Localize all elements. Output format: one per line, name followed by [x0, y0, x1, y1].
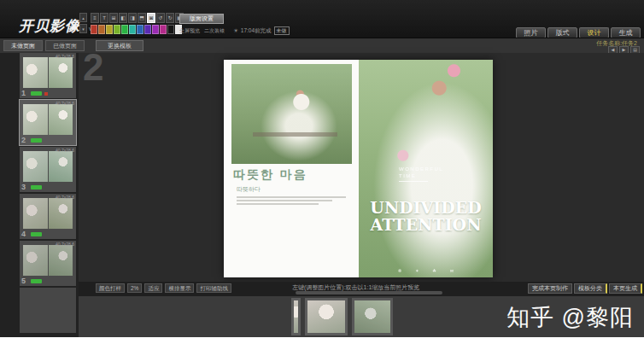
done-badge: [31, 91, 42, 96]
thumb-right-page: [49, 198, 73, 229]
tool-button-5[interactable]: ◨: [128, 13, 137, 23]
korean-title[interactable]: 따뜻한 마음: [233, 167, 307, 183]
color-swatch-magenta[interactable]: [160, 25, 167, 34]
page-number: 2: [21, 136, 26, 144]
clover-icon: ☘: [432, 268, 436, 273]
color-swatch-blue[interactable]: [137, 25, 143, 34]
mini-stack-buttons: ▴ ▾: [79, 13, 87, 33]
design-canvas: 2 따뜻한 마음 따뜻하다 WONDERFUL TIME UNDIVIDED: [79, 53, 644, 282]
color-swatch-teal[interactable]: [129, 25, 136, 34]
thumb-left-page: [23, 198, 48, 229]
done-badge: [31, 232, 42, 236]
sidebar-tabs: 未做页面 已做页面: [3, 40, 85, 51]
page-number: 5: [21, 277, 26, 285]
sun-icon: ☀: [233, 27, 238, 34]
horizontal-display-button[interactable]: 横排显示: [165, 283, 194, 293]
page-thumb-6-empty[interactable]: [20, 288, 76, 333]
body-text-line: [237, 200, 332, 201]
view-controls: 颜色打样 2% 适应 横排显示 打印辅助线: [96, 283, 231, 293]
tool-button-8[interactable]: ↺: [156, 13, 165, 23]
app-name: 开贝影像: [19, 18, 80, 34]
headline-line1: UNDIVIDED: [370, 198, 481, 217]
color-swatch-violet[interactable]: [144, 25, 151, 34]
body-text-line: [237, 203, 319, 205]
spread-thumbnail: [23, 245, 73, 276]
layout-settings-button[interactable]: 版面设置: [179, 14, 224, 24]
tab-undone-pages[interactable]: 未做页面: [3, 40, 43, 51]
left-album-page: 따뜻한 마음 따뜻하다: [224, 60, 359, 277]
template-thumb-2[interactable]: [352, 298, 393, 335]
color-swatch-black[interactable]: [167, 25, 174, 34]
eyebrow-rule: [399, 181, 428, 182]
color-swatch-purple[interactable]: [152, 25, 159, 34]
color-swatch-green[interactable]: [121, 25, 128, 34]
tool-button-1[interactable]: ≡: [91, 13, 99, 23]
color-swatch-yellowgreen[interactable]: [114, 25, 120, 34]
tool-button-3[interactable]: ⊞: [109, 13, 118, 23]
eyebrow-line2: TIME: [399, 173, 416, 178]
tool-button-4[interactable]: ◧: [119, 13, 127, 23]
footer-icons: ❁ ✶ ☘ ✉: [359, 268, 493, 273]
tool-button-9[interactable]: ↻: [166, 13, 174, 23]
flower-icon: ❁: [398, 268, 401, 273]
deadline-status: ☀ 17:04前完成 未做: [233, 26, 290, 35]
color-swatch-red[interactable]: [91, 25, 97, 34]
color-proof-button[interactable]: 颜色打样: [96, 283, 125, 293]
template-filmstrip: 知乎 @黎阳: [79, 296, 644, 337]
page-size-label: 40.7x28.6: [56, 148, 74, 153]
template-category-button[interactable]: 模板分类: [574, 283, 607, 294]
spread-thumbnail: [23, 104, 73, 135]
deadline-text: 17:04前完成: [241, 27, 272, 35]
headline-line2: ATTENTION: [370, 215, 481, 234]
spread-thumbnail: [23, 57, 73, 88]
eyebrow-line1: WONDERFUL: [399, 166, 443, 172]
app-window: 开贝影像v3.1 ▴ ▾ ≡ T ⊞ ◧ ◨ ⬒ ⊠ ↺ ↻ ▦: [0, 0, 644, 344]
color-swatch-row: [91, 25, 182, 34]
color-swatch-orange[interactable]: [98, 25, 105, 34]
right-album-page: WONDERFUL TIME UNDIVIDED ATTENTION ❁ ✶ ☘…: [359, 60, 493, 277]
bottom-white-strip: [0, 337, 644, 344]
print-guides-button[interactable]: 打印辅助线: [196, 283, 231, 293]
fullscreen-preview-label[interactable]: 全屏预览: [179, 27, 200, 35]
tool-button-6[interactable]: ⬒: [138, 13, 146, 23]
tool-button-7-active[interactable]: ⊠: [147, 13, 155, 23]
spread-thumbnail: [23, 198, 73, 229]
page-thumb-3[interactable]: 40.7x28.6 3: [20, 147, 76, 192]
collapse-down-button[interactable]: ▾: [79, 24, 87, 33]
finish-page-button[interactable]: 完成本页制作: [528, 283, 572, 294]
collapse-up-button[interactable]: ▴: [79, 13, 87, 22]
page-thumb-2-selected[interactable]: 40.7x28.6 2: [20, 100, 76, 145]
tab-done-pages[interactable]: 已做页面: [45, 40, 85, 51]
secondary-mount-label[interactable]: 二次装裱: [204, 27, 225, 35]
korean-subtitle[interactable]: 따뜻하다: [237, 185, 261, 194]
page-number: 4: [21, 230, 26, 238]
current-page-indicator: 2: [83, 46, 103, 89]
template-thumb-1[interactable]: [305, 298, 348, 335]
album-spread: 따뜻한 마음 따뜻하다 WONDERFUL TIME UNDIVIDED ATT…: [224, 60, 493, 277]
page-number: 1: [21, 89, 26, 97]
page-size-label: 40.7x28.6: [56, 54, 74, 59]
horizontal-scrollbar[interactable]: [296, 291, 442, 294]
fit-view-button[interactable]: 适应: [144, 283, 162, 293]
child-photo[interactable]: [231, 64, 352, 164]
page-thumb-4[interactable]: 40.7x28.6 4: [20, 194, 76, 239]
body-text-line: [237, 196, 346, 198]
tool-button-2[interactable]: T: [100, 13, 108, 23]
watermark: 知乎 @黎阳: [506, 302, 634, 333]
star-icon: ✶: [415, 268, 419, 273]
page-number: 3: [21, 183, 26, 191]
page-action-buttons: 完成本页制作 模板分类 本页生成: [528, 283, 642, 294]
quick-labels: 全屏预览 二次装裱: [179, 27, 225, 35]
zoom-level-button[interactable]: 2%: [127, 283, 142, 293]
generate-page-button[interactable]: 本页生成: [609, 283, 642, 294]
top-toolbar: 开贝影像v3.1 ▴ ▾ ≡ T ⊞ ◧ ◨ ⬒ ⊠ ↺ ↻ ▦: [0, 0, 644, 38]
color-swatch-yellow[interactable]: [106, 25, 113, 34]
tool-button-row: ≡ T ⊞ ◧ ◨ ⬒ ⊠ ↺ ↻ ▦: [91, 13, 184, 23]
thumb-right-page: [49, 104, 73, 135]
spread-thumbnail: [23, 151, 73, 182]
headline-text[interactable]: UNDIVIDED ATTENTION: [369, 199, 483, 233]
status-badge: 未做: [274, 26, 290, 35]
page-thumb-5[interactable]: 40.7x28.6 5: [20, 241, 76, 286]
page-thumb-1[interactable]: 40.7x28.6 1: [20, 53, 76, 98]
template-thumb-partial[interactable]: [291, 298, 301, 335]
